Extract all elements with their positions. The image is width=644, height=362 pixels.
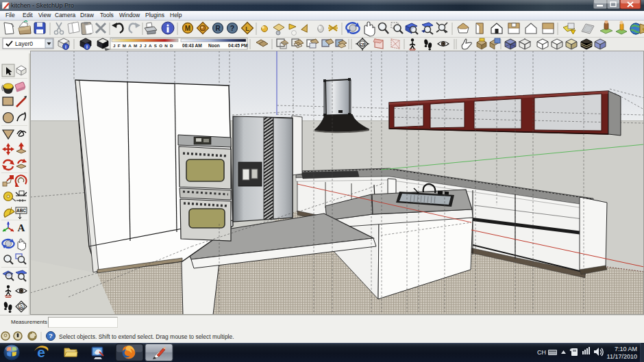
svg-text:Noon: Noon	[208, 43, 220, 48]
svg-text:A: A	[18, 222, 25, 233]
svg-text:04:45 PM: 04:45 PM	[228, 43, 248, 48]
svg-text:ABC: ABC	[16, 208, 26, 213]
svg-text:CH: CH	[537, 349, 546, 356]
svg-text:11/17/2010: 11/17/2010	[607, 353, 637, 360]
svg-text:i: i	[65, 44, 66, 49]
svg-text:M: M	[185, 25, 190, 32]
svg-text:?: ?	[230, 24, 234, 32]
svg-text:Layer0: Layer0	[15, 40, 33, 47]
svg-text:?: ?	[49, 332, 53, 339]
svg-text:JFMAMJJASOND: JFMAMJJASOND	[113, 43, 175, 48]
svg-text:L: L	[245, 25, 249, 32]
svg-text:R: R	[215, 25, 221, 32]
svg-text:CR: CR	[360, 42, 365, 47]
svg-text:06:43 AM: 06:43 AM	[182, 43, 202, 48]
svg-text:RS: RS	[19, 307, 23, 310]
svg-text:i: i	[86, 44, 88, 49]
svg-text:7:10 AM: 7:10 AM	[615, 346, 637, 352]
